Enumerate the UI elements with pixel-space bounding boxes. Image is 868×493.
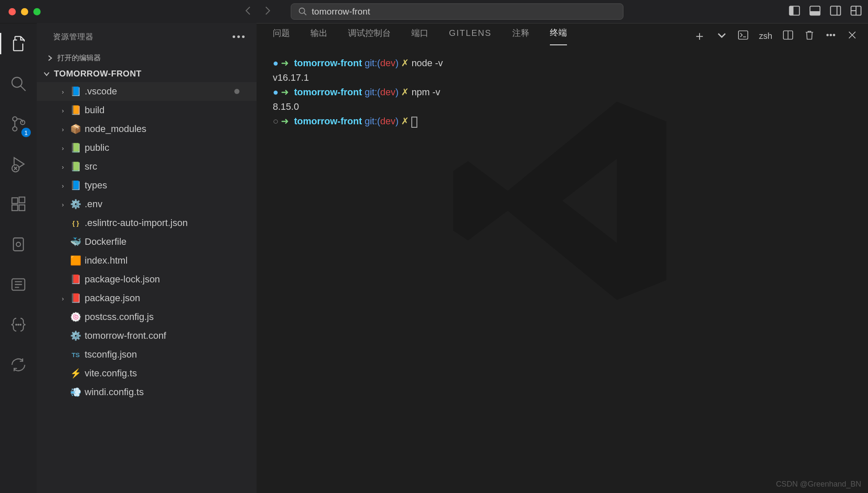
file-name: package-lock.json [85, 274, 160, 285]
panel-tab[interactable]: 注释 [512, 27, 529, 45]
folder-root-section[interactable]: TOMORROW-FRONT [37, 66, 257, 82]
search-icon [298, 7, 307, 16]
file-name: public [85, 142, 109, 153]
extensions-activity[interactable] [0, 194, 37, 215]
file-icon: 📗 [70, 142, 81, 153]
tree-row[interactable]: 🐳Dockerfile [37, 232, 257, 251]
svg-rect-16 [12, 205, 18, 211]
svg-rect-2 [789, 6, 793, 15]
source-control-activity[interactable]: 1 [0, 113, 37, 135]
panel-tab[interactable]: 端口 [411, 27, 428, 45]
file-icon: 📦 [70, 123, 81, 135]
tree-row[interactable]: 📕package-lock.json [37, 270, 257, 289]
activity-bar: 1 [0, 23, 37, 493]
open-editors-section[interactable]: 打开的编辑器 [37, 50, 257, 66]
shell-name[interactable]: zsh [759, 31, 772, 41]
tree-row[interactable]: ›📕package.json [37, 289, 257, 308]
watermark-text: CSDN @Greenhand_BN [776, 480, 861, 489]
panel-more-icon[interactable] [825, 29, 836, 43]
file-icon: 📘 [70, 86, 81, 97]
sync-activity[interactable] [0, 354, 37, 376]
svg-rect-4 [810, 11, 820, 15]
command-center[interactable]: tomorrow-front [291, 3, 623, 20]
tree-row[interactable]: TStsconfig.json [37, 345, 257, 364]
search-text: tomorrow-front [312, 6, 370, 17]
file-name: node_modules [85, 123, 146, 135]
file-tree: ›📘.vscode›📙build›📦node_modules›📗public›📗… [37, 82, 257, 493]
kill-terminal-icon[interactable] [804, 29, 815, 43]
search-activity[interactable] [0, 73, 37, 94]
svg-rect-18 [19, 197, 25, 202]
svg-point-28 [827, 34, 829, 36]
svg-point-30 [833, 34, 835, 36]
editor-area: 问题输出调试控制台端口GITLENS注释终端 ＋ zsh ● ➜ tomorro… [257, 23, 868, 493]
panel-tab[interactable]: GITLENS [449, 28, 492, 44]
svg-point-10 [12, 77, 22, 87]
panel-tab[interactable]: 输出 [310, 27, 328, 45]
tree-row[interactable]: ⚙️tomorrow-front.conf [37, 326, 257, 345]
snippets-activity[interactable] [0, 314, 37, 335]
debug-activity[interactable] [0, 153, 37, 175]
svg-rect-19 [13, 238, 23, 251]
terminal-icon[interactable] [738, 29, 749, 43]
tree-row[interactable]: ›📦node_modules [37, 120, 257, 138]
nav-forward-icon[interactable] [262, 5, 273, 18]
tree-row[interactable]: ›📘.vscode [37, 82, 257, 101]
tree-row[interactable]: ›📙build [37, 101, 257, 120]
minimize-window-icon[interactable] [21, 8, 28, 15]
tree-row[interactable]: ›📗public [37, 138, 257, 157]
toggle-sidebar-icon[interactable] [788, 5, 800, 18]
svg-point-29 [830, 34, 832, 36]
file-icon: TS [70, 349, 81, 360]
explorer-sidebar: 资源管理器 打开的编辑器 TOMORROW-FRONT ›📘.vscode›📙b… [37, 23, 257, 493]
file-icon: 🐳 [70, 236, 81, 247]
panel-tabs: 问题输出调试控制台端口GITLENS注释终端 ＋ zsh [257, 23, 868, 48]
vscode-watermark-icon [438, 77, 686, 326]
tree-row[interactable]: ⚡vite.config.ts [37, 364, 257, 383]
nav-back-icon[interactable] [243, 5, 254, 18]
toggle-secondary-icon[interactable] [830, 5, 841, 18]
close-panel-icon[interactable] [847, 29, 858, 43]
file-name: package.json [85, 293, 140, 304]
panel-tab[interactable]: 问题 [273, 27, 290, 45]
svg-point-0 [299, 8, 305, 14]
file-name: .eslintrc-auto-import.json [85, 217, 188, 229]
terminal-dropdown-icon[interactable] [716, 29, 727, 43]
panel-tab[interactable]: 终端 [550, 27, 567, 45]
tree-row[interactable]: 🟧index.html [37, 251, 257, 270]
file-icon: 📕 [70, 293, 81, 304]
file-name: .vscode [85, 86, 117, 97]
tree-row[interactable]: 💨windi.config.ts [37, 383, 257, 402]
file-name: src [85, 161, 97, 172]
tree-row[interactable]: ›📗src [37, 157, 257, 176]
toggle-panel-icon[interactable] [809, 5, 821, 18]
tree-row[interactable]: ›📘types [37, 176, 257, 195]
split-terminal-icon[interactable] [782, 29, 794, 43]
file-icon: 💨 [70, 387, 81, 398]
sidebar-more-icon[interactable] [233, 35, 245, 38]
customize-layout-icon[interactable] [850, 5, 862, 18]
svg-rect-25 [738, 31, 748, 39]
file-icon: { } [70, 217, 81, 229]
file-icon: 📙 [70, 105, 81, 116]
file-icon: 📗 [70, 161, 81, 172]
svg-point-22 [16, 324, 17, 325]
new-terminal-icon[interactable]: ＋ [693, 27, 706, 45]
panel-tab[interactable]: 调试控制台 [348, 27, 391, 45]
svg-rect-15 [12, 198, 18, 203]
svg-point-11 [13, 117, 17, 121]
tree-row[interactable]: { }.eslintrc-auto-import.json [37, 214, 257, 232]
close-window-icon[interactable] [9, 8, 16, 15]
svg-point-20 [16, 242, 21, 246]
svg-point-23 [18, 324, 19, 325]
maximize-window-icon[interactable] [33, 8, 41, 15]
file-icon: 📘 [70, 180, 81, 191]
window-controls[interactable] [9, 8, 41, 15]
git-activity[interactable] [0, 234, 37, 255]
file-name: tsconfig.json [85, 349, 137, 360]
file-name: build [85, 105, 104, 116]
bookmarks-activity[interactable] [0, 274, 37, 295]
tree-row[interactable]: 🍥postcss.config.js [37, 308, 257, 326]
tree-row[interactable]: ›⚙️.env [37, 195, 257, 214]
explorer-activity[interactable] [0, 33, 37, 54]
